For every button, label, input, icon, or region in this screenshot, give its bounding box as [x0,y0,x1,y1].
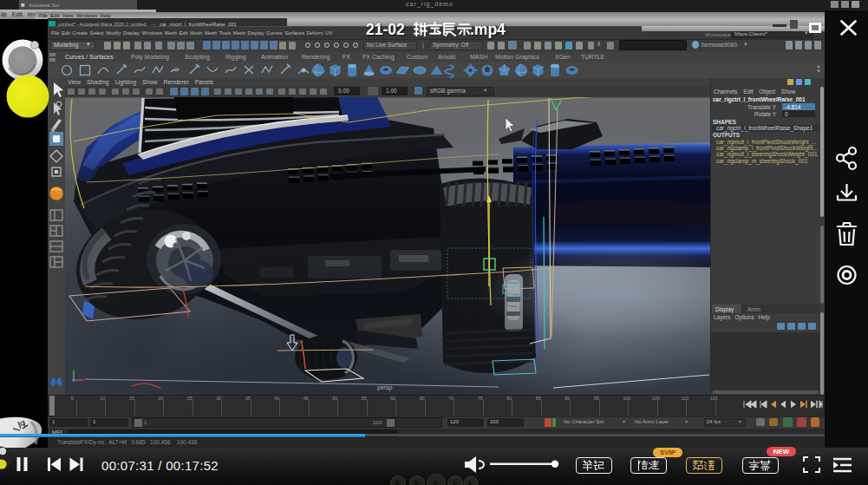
svg-text:persp: persp [377,384,393,391]
